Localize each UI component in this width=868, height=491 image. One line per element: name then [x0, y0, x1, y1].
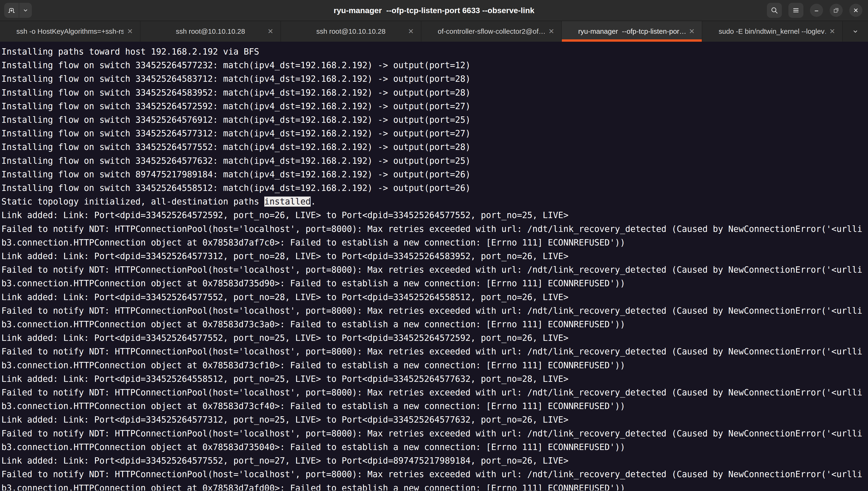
search-icon — [770, 6, 778, 14]
tab-label: ryu-manager --ofp-tcp-listen-por… — [578, 27, 685, 35]
tab-1[interactable]: ssh -o HostKeyAlgorithms=+ssh-rs…✕ — [0, 21, 141, 42]
tab-label: sudo -E bin/ndtwin_kernel --loglev… — [719, 27, 826, 35]
terminal-line: Installing flow on switch 33452526458395… — [1, 86, 868, 99]
tab-bar: ssh -o HostKeyAlgorithms=+ssh-rs…✕ssh ro… — [0, 21, 868, 42]
terminal-line: Link added: Link: Port<dpid=334525264577… — [1, 250, 868, 263]
terminal-output[interactable]: Installing paths toward host 192.168.2.1… — [0, 42, 868, 491]
window-titlebar: ryu-manager --ofp-tcp-listen-port 6633 -… — [0, 0, 868, 21]
search-button[interactable] — [767, 3, 782, 18]
terminal-line: Link added: Link: Port<dpid=334525264558… — [1, 372, 868, 386]
tab-close-button[interactable]: ✕ — [268, 28, 273, 35]
new-tab-dropdown-button[interactable] — [19, 3, 32, 18]
terminal-line: b3.connection.HTTPConnection object at 0… — [1, 318, 868, 331]
terminal-line: Installing flow on switch 33452526457731… — [1, 127, 868, 140]
hamburger-menu-icon — [792, 6, 800, 14]
terminal-line: Failed to notify NDT: HTTPConnectionPool… — [1, 304, 868, 318]
terminal-line: Installing flow on switch 33452526458371… — [1, 72, 868, 86]
terminal-line: Failed to notify NDT: HTTPConnectionPool… — [1, 386, 868, 399]
tab-3[interactable]: ssh root@10.10.10.28✕ — [281, 21, 421, 42]
close-icon — [852, 7, 859, 14]
tab-4[interactable]: of-controller-sflow-collector2@of…✕ — [421, 21, 562, 42]
titlebar-controls — [767, 3, 862, 18]
new-tab-button[interactable] — [4, 3, 19, 18]
tab-close-button[interactable]: ✕ — [549, 28, 554, 35]
tab-overflow-button[interactable] — [843, 21, 868, 42]
terminal-line: Installing flow on switch 89747521798918… — [1, 168, 868, 181]
tab-label: of-controller-sflow-collector2@of… — [438, 27, 545, 35]
tab-close-button[interactable]: ✕ — [829, 28, 835, 35]
terminal-line: Installing flow on switch 33452526457259… — [1, 99, 868, 113]
terminal-line: Installing paths toward host 192.168.2.1… — [1, 45, 868, 59]
terminal-line: Installing flow on switch 33452526457755… — [1, 140, 868, 154]
highlighted-text: installed — [264, 197, 311, 207]
terminal-line: b3.connection.HTTPConnection object at 0… — [1, 359, 868, 372]
tab-label: ssh root@10.10.10.28 — [176, 27, 245, 35]
tab-close-button[interactable]: ✕ — [127, 28, 133, 35]
terminal-line: Installing flow on switch 33452526457691… — [1, 113, 868, 127]
tab-label: ssh -o HostKeyAlgorithms=+ssh-rs… — [17, 27, 124, 35]
terminal-line: Link added: Link: Port<dpid=334525264577… — [1, 454, 868, 468]
terminal-line: Installing flow on switch 33452526457723… — [1, 59, 868, 72]
tab-close-button[interactable]: ✕ — [689, 28, 695, 35]
tab-label: ssh root@10.10.10.28 — [316, 27, 385, 35]
terminal-line: b3.connection.HTTPConnection object at 0… — [1, 236, 868, 250]
restore-button[interactable] — [830, 4, 843, 17]
chevron-down-icon — [852, 28, 859, 35]
restore-window-icon — [833, 7, 840, 14]
menu-button[interactable] — [788, 3, 803, 18]
tab-close-button[interactable]: ✕ — [408, 28, 414, 35]
window-title: ryu-manager --ofp-tcp-listen-port 6633 -… — [334, 6, 534, 15]
chevron-down-icon — [22, 7, 29, 13]
close-button[interactable] — [849, 4, 862, 17]
tab-5[interactable]: ryu-manager --ofp-tcp-listen-por…✕ — [562, 21, 702, 42]
terminal-line: b3.connection.HTTPConnection object at 0… — [1, 482, 868, 491]
terminal-line: Failed to notify NDT: HTTPConnectionPool… — [1, 468, 868, 481]
tab-6[interactable]: sudo -E bin/ndtwin_kernel --loglev…✕ — [702, 21, 843, 42]
new-tab-split-button — [4, 3, 32, 18]
terminal-line: b3.connection.HTTPConnection object at 0… — [1, 277, 868, 290]
tab-plus-icon — [7, 6, 16, 14]
terminal-line: Link added: Link: Port<dpid=334525264577… — [1, 413, 868, 427]
terminal-line: b3.connection.HTTPConnection object at 0… — [1, 399, 868, 413]
terminal-line: Link added: Link: Port<dpid=334525264577… — [1, 290, 868, 304]
terminal-line: Failed to notify NDT: HTTPConnectionPool… — [1, 222, 868, 236]
terminal-line: Static topology initialized, all-destina… — [1, 195, 868, 208]
terminal-line: Failed to notify NDT: HTTPConnectionPool… — [1, 427, 868, 440]
minimize-button[interactable] — [810, 4, 823, 17]
terminal-line: Failed to notify NDT: HTTPConnectionPool… — [1, 345, 868, 358]
minimize-icon — [813, 7, 820, 14]
terminal-line: b3.connection.HTTPConnection object at 0… — [1, 440, 868, 454]
terminal-line: Installing flow on switch 33452526455851… — [1, 181, 868, 195]
terminal-line: Link added: Link: Port<dpid=334525264577… — [1, 331, 868, 345]
terminal-line: Installing flow on switch 33452526457763… — [1, 154, 868, 168]
terminal-line: Link added: Link: Port<dpid=334525264572… — [1, 208, 868, 222]
terminal-line: Failed to notify NDT: HTTPConnectionPool… — [1, 263, 868, 277]
tab-2[interactable]: ssh root@10.10.10.28✕ — [141, 21, 281, 42]
